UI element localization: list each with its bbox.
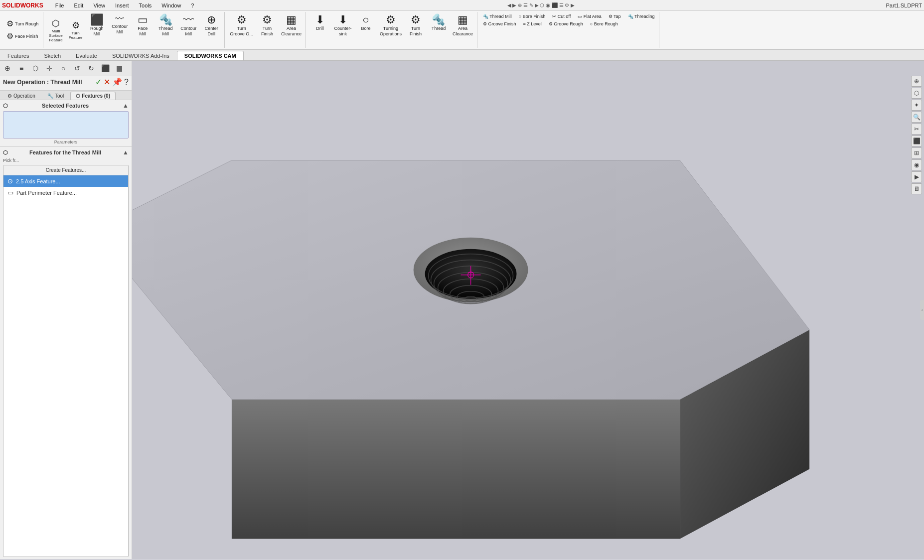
- turn-rough-btn[interactable]: ⚙ Turn Rough: [4, 18, 41, 29]
- rough-mill-btn[interactable]: ⬛ RoughMill: [86, 13, 108, 47]
- lt-btn-5[interactable]: ○: [57, 62, 70, 75]
- thread-btn[interactable]: 🔩 Thread: [428, 13, 450, 47]
- sub-tab-operation[interactable]: ⚙ Operation: [2, 92, 41, 100]
- params-label: Parameters: [3, 140, 129, 144]
- view-btn-8[interactable]: ◉: [911, 159, 922, 170]
- part-3d-view: [132, 61, 924, 559]
- tap-btn[interactable]: ⚙ Tap: [606, 13, 623, 20]
- contour-mill2-btn[interactable]: 〰 ContourMill: [177, 13, 199, 47]
- ribbon: ⚙ Turn Rough ⚙ Face Finish ⬡MultiSurface…: [0, 11, 924, 50]
- axis-feature-icon: ⊙: [7, 177, 13, 185]
- window-title: Part1.SLDPRT: [886, 2, 922, 8]
- sub-tab-features-label: Features (0): [82, 93, 110, 99]
- left-panel: ⊕ ≡ ⬡ ✛ ○ ↺ ↻ ⬛ ▦ New Operation : Thread…: [0, 61, 132, 559]
- menu-insert[interactable]: Insert: [113, 2, 131, 8]
- sub-tab-features[interactable]: ⬡ Features (0): [70, 92, 116, 100]
- threading-btn[interactable]: 🔩 Threading: [625, 13, 657, 20]
- contour-mill-btn[interactable]: 〰 ContourMill: [109, 13, 131, 47]
- countersink-btn[interactable]: ⬇ Counter-sink: [332, 13, 354, 47]
- cut-off-btn[interactable]: ✂ Cut off: [550, 13, 573, 20]
- cancel-btn[interactable]: ✕: [104, 78, 110, 86]
- face-mill-btn[interactable]: ▭ FaceMill: [132, 13, 154, 47]
- tab-sw-cam[interactable]: SOLIDWORKS CAM: [177, 51, 244, 60]
- ribbon-group-turn: ⚙ Turn Rough ⚙ Face Finish: [2, 12, 43, 48]
- help-btn[interactable]: ?: [124, 78, 129, 86]
- right-toolbar: ⊕ ⬡ ✦ 🔍 ✂ ⬛ ⊞ ◉ ▶ 🖥: [911, 76, 922, 194]
- lt-btn-1[interactable]: ⊕: [1, 62, 14, 75]
- turn-groove-btn[interactable]: ⚙ TurnGroove O...: [228, 13, 255, 47]
- features-for-expand[interactable]: ▲: [123, 149, 129, 156]
- lt-btn-6[interactable]: ↺: [71, 62, 84, 75]
- view-btn-7[interactable]: ⊞: [911, 147, 922, 158]
- z-level-btn[interactable]: ≡ Z Level: [521, 20, 544, 27]
- area-clr-btn[interactable]: ▦ AreaClearance: [279, 13, 304, 47]
- lt-btn-3[interactable]: ⬡: [29, 62, 42, 75]
- perimeter-feature-label: Part Perimeter Feature...: [16, 190, 77, 196]
- turning-ops-btn[interactable]: ⚙ TurningOperations: [378, 13, 404, 47]
- turn-finish-btn[interactable]: ⚙ TurnFinish: [256, 13, 278, 47]
- perimeter-feature-item[interactable]: ▭ Part Perimeter Feature...: [3, 187, 128, 198]
- multi-surface-btn[interactable]: ⬡MultiSurfaceFeature: [46, 13, 65, 47]
- tab-features[interactable]: Features: [0, 51, 36, 60]
- view-btn-9[interactable]: ▶: [911, 171, 922, 182]
- view-btn-4[interactable]: 🔍: [911, 112, 922, 123]
- view-btn-2[interactable]: ⬡: [911, 88, 922, 99]
- confirm-btn[interactable]: ✓: [95, 78, 102, 86]
- axis-feature-item[interactable]: ⊙ 2.5 Axis Feature...: [3, 175, 128, 187]
- tab-sw-addins[interactable]: SOLIDWORKS Add-Ins: [105, 51, 177, 60]
- selected-features-icon: ⬡: [3, 103, 8, 109]
- view-btn-3[interactable]: ✦: [911, 100, 922, 111]
- drill-btn[interactable]: ⬇ Drill: [309, 13, 331, 47]
- lt-btn-4[interactable]: ✛: [43, 62, 56, 75]
- center-drill-btn[interactable]: ⊕ CenterDrill: [200, 13, 222, 47]
- ribbon-group-drill: ⬇ Drill ⬇ Counter-sink ○ Bore ⚙ TurningO…: [307, 12, 477, 48]
- sub-tab-tool-label: Tool: [55, 93, 64, 99]
- lt-btn-8[interactable]: ⬛: [99, 62, 112, 75]
- bore-btn[interactable]: ○ Bore: [355, 13, 377, 47]
- features-for-icon: ⬡: [3, 149, 8, 156]
- area-clr2-btn[interactable]: ▦ AreaClearance: [451, 13, 475, 47]
- menu-tools[interactable]: Tools: [137, 2, 154, 8]
- view-btn-5[interactable]: ✂: [911, 124, 922, 135]
- groove-rough-btn[interactable]: ⚙ Groove Rough: [546, 20, 586, 27]
- features-icon: ⬡: [76, 93, 80, 99]
- thread-mill-r-btn[interactable]: 🔩 Thread Mill: [480, 13, 514, 20]
- flat-area-btn[interactable]: ▭ Flat Area: [575, 13, 604, 20]
- groove-finish-btn[interactable]: ⚙ Groove Finish: [480, 20, 519, 27]
- menu-edit[interactable]: Edit: [72, 2, 85, 8]
- pick-from-label: Pick fr...: [3, 158, 129, 163]
- menu-help[interactable]: ?: [189, 2, 196, 8]
- menu-file[interactable]: File: [53, 2, 66, 8]
- bore-finish-btn[interactable]: ○ Bore Finish: [516, 13, 548, 20]
- view-btn-1[interactable]: ⊕: [911, 76, 922, 87]
- pin-btn[interactable]: 📌: [112, 78, 122, 86]
- create-features-btn[interactable]: Create Features...: [3, 165, 128, 175]
- lt-btn-7[interactable]: ↻: [85, 62, 98, 75]
- turn-finish2-btn[interactable]: ⚙ TurnFinish: [405, 13, 427, 47]
- viewport[interactable]: ⬡ Part1 (Default<<Default>...): [132, 61, 924, 559]
- tab-sketch[interactable]: Sketch: [36, 51, 68, 60]
- features-for-title: Features for the Thread Mill: [29, 149, 101, 155]
- turn-feature-btn[interactable]: ⚙TurnFeature: [66, 13, 85, 47]
- sub-tab-tool[interactable]: 🔧 Tool: [42, 92, 69, 100]
- tab-evaluate[interactable]: Evaluate: [68, 51, 105, 60]
- menu-view[interactable]: View: [91, 2, 107, 8]
- lt-btn-2[interactable]: ≡: [15, 62, 28, 75]
- tabs-bar: Features Sketch Evaluate SOLIDWORKS Add-…: [0, 50, 924, 61]
- property-panel: New Operation : Thread Mill ✓ ✕ 📌 ?: [0, 76, 132, 91]
- main-area: ⊕ ≡ ⬡ ✛ ○ ↺ ↻ ⬛ ▦ New Operation : Thread…: [0, 61, 924, 559]
- selected-features-title: Selected Features: [42, 103, 89, 109]
- features-for-section: ⬡ Features for the Thread Mill ▲ Pick fr…: [0, 147, 132, 559]
- face-finish-btn[interactable]: ⚙ Face Finish: [4, 30, 41, 42]
- selected-features-expand[interactable]: ▲: [123, 102, 129, 109]
- panel-title-text: New Operation : Thread Mill: [3, 79, 82, 86]
- thread-mill-btn[interactable]: 🔩 ThreadMill: [154, 13, 176, 47]
- collapse-handle[interactable]: ‹: [920, 300, 924, 320]
- bore-rough-btn[interactable]: ○ Bore Rough: [588, 20, 620, 27]
- view-btn-10[interactable]: 🖥: [911, 183, 922, 194]
- menu-window[interactable]: Window: [159, 2, 183, 8]
- svg-marker-2: [232, 400, 680, 539]
- view-btn-6[interactable]: ⬛: [911, 136, 922, 146]
- lt-btn-9[interactable]: ▦: [113, 62, 126, 75]
- selected-features-section: ⬡ Selected Features ▲ Parameters: [0, 100, 132, 147]
